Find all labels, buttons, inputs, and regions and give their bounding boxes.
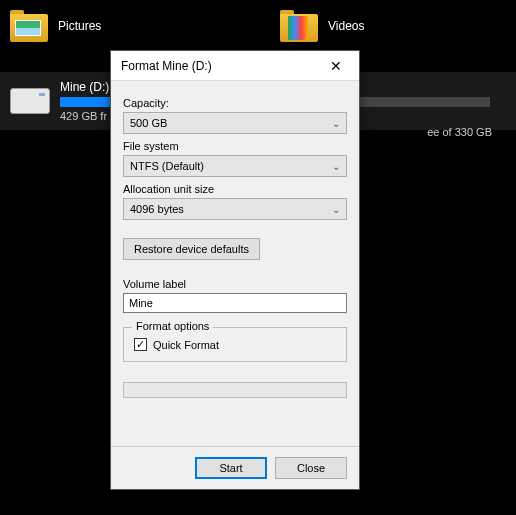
allocation-label: Allocation unit size: [123, 183, 347, 195]
capacity-select[interactable]: 500 GB ⌄: [123, 112, 347, 134]
drive-status-right: ee of 330 GB: [427, 126, 492, 138]
restore-defaults-button[interactable]: Restore device defaults: [123, 238, 260, 260]
volume-label-input[interactable]: Mine: [123, 293, 347, 313]
quick-format-checkbox[interactable]: ✓: [134, 338, 147, 351]
format-dialog: Format Mine (D:) ✕ Capacity: 500 GB ⌄ Fi…: [110, 50, 360, 490]
capacity-value: 500 GB: [130, 117, 167, 129]
folder-pictures[interactable]: Pictures: [10, 10, 130, 42]
folder-label: Videos: [328, 19, 364, 33]
chevron-down-icon: ⌄: [332, 161, 340, 172]
allocation-value: 4096 bytes: [130, 203, 184, 215]
folder-icon: [10, 10, 48, 42]
drive-icon: [10, 88, 50, 114]
folder-icon: [280, 10, 318, 42]
folder-label: Pictures: [58, 19, 101, 33]
close-button[interactable]: Close: [275, 457, 347, 479]
allocation-select[interactable]: 4096 bytes ⌄: [123, 198, 347, 220]
dialog-title: Format Mine (D:): [121, 59, 212, 73]
volume-label-label: Volume label: [123, 278, 347, 290]
format-progress-bar: [123, 382, 347, 398]
filesystem-value: NTFS (Default): [130, 160, 204, 172]
titlebar[interactable]: Format Mine (D:) ✕: [111, 51, 359, 81]
filesystem-select[interactable]: NTFS (Default) ⌄: [123, 155, 347, 177]
chevron-down-icon: ⌄: [332, 118, 340, 129]
quick-format-row[interactable]: ✓ Quick Format: [134, 338, 336, 351]
close-icon[interactable]: ✕: [321, 54, 351, 78]
chevron-down-icon: ⌄: [332, 204, 340, 215]
dialog-footer: Start Close: [111, 446, 359, 489]
start-button[interactable]: Start: [195, 457, 267, 479]
capacity-label: Capacity:: [123, 97, 347, 109]
format-options-group: Format options ✓ Quick Format: [123, 327, 347, 362]
format-options-legend: Format options: [132, 320, 213, 332]
folder-shelf: Pictures Videos: [0, 0, 516, 42]
quick-format-label: Quick Format: [153, 339, 219, 351]
filesystem-label: File system: [123, 140, 347, 152]
folder-videos[interactable]: Videos: [280, 10, 400, 42]
